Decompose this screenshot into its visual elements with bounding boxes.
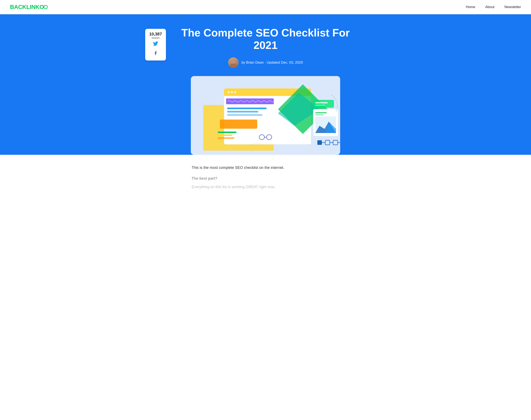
svg-rect-30 <box>317 140 322 145</box>
svg-rect-23 <box>315 114 323 115</box>
svg-rect-24 <box>313 100 334 108</box>
best-part-heading: The best part? <box>192 176 339 181</box>
logo-text: BACKLINKO <box>10 4 44 10</box>
author-meta: by Brian Dean · Updated Dec. 03, 2020 <box>241 60 303 65</box>
svg-point-7 <box>234 91 236 93</box>
intro-text: This is the most complete SEO checklist … <box>192 165 339 171</box>
hero-illustration <box>191 76 340 155</box>
site-logo[interactable]: BACKLINKO <box>10 4 48 10</box>
svg-rect-9 <box>227 107 267 109</box>
svg-rect-14 <box>218 135 232 136</box>
svg-rect-15 <box>218 137 234 139</box>
author-row: by Brian Dean · Updated Dec. 03, 2020 <box>151 57 380 68</box>
svg-rect-22 <box>315 112 327 113</box>
share-label: shares <box>149 36 162 39</box>
twitter-share-button[interactable] <box>149 42 162 49</box>
svg-rect-26 <box>315 105 325 106</box>
content-section: This is the most complete SEO checklist … <box>187 155 344 198</box>
svg-rect-10 <box>227 111 258 113</box>
hero-section: 10,387 shares The Complete SEO Checklist… <box>0 14 531 155</box>
facebook-share-button[interactable] <box>149 50 162 58</box>
avatar <box>228 57 239 68</box>
hero-title: The Complete SEO Checklist For 2021 <box>151 27 380 52</box>
share-count: 10,387 <box>149 32 162 36</box>
svg-rect-13 <box>218 132 237 133</box>
svg-rect-25 <box>315 102 328 103</box>
hero-inner: 10,387 shares The Complete SEO Checklist… <box>151 27 380 155</box>
tagline-text: Everything on this list is working GREAT… <box>192 184 339 190</box>
nav-home[interactable]: Home <box>466 5 475 9</box>
hero-image-card <box>191 76 340 155</box>
nav-about[interactable]: About <box>485 5 494 9</box>
avatar-image <box>228 57 239 68</box>
svg-point-5 <box>228 91 230 93</box>
svg-rect-11 <box>227 114 262 116</box>
svg-point-6 <box>231 91 233 93</box>
share-widget: 10,387 shares <box>145 29 166 60</box>
nav-newsletter[interactable]: Newsletter <box>504 5 521 9</box>
svg-rect-12 <box>220 120 257 129</box>
logo-o-icon <box>44 5 48 9</box>
main-nav: Home About Newsletter <box>466 5 521 9</box>
site-header: BACKLINKO Home About Newsletter <box>0 0 531 14</box>
